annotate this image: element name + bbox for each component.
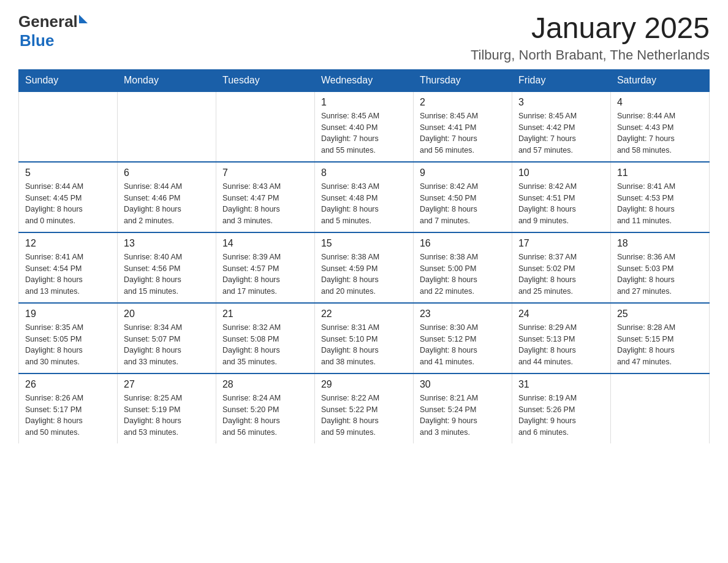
logo-triangle-icon <box>79 15 88 23</box>
calendar-cell: 17Sunrise: 8:37 AM Sunset: 5:02 PM Dayli… <box>512 232 610 303</box>
day-number: 10 <box>518 167 604 178</box>
calendar-week-row: 26Sunrise: 8:26 AM Sunset: 5:17 PM Dayli… <box>19 373 710 443</box>
day-info: Sunrise: 8:22 AM Sunset: 5:22 PM Dayligh… <box>321 393 407 439</box>
day-number: 24 <box>518 308 604 320</box>
day-info: Sunrise: 8:38 AM Sunset: 5:00 PM Dayligh… <box>420 251 506 297</box>
day-number: 25 <box>617 308 703 320</box>
calendar-header: SundayMondayTuesdayWednesdayThursdayFrid… <box>19 69 710 91</box>
day-info: Sunrise: 8:44 AM Sunset: 4:46 PM Dayligh… <box>124 181 210 227</box>
calendar-cell: 8Sunrise: 8:43 AM Sunset: 4:48 PM Daylig… <box>314 162 413 232</box>
day-info: Sunrise: 8:42 AM Sunset: 4:51 PM Dayligh… <box>518 181 604 227</box>
calendar-cell: 27Sunrise: 8:25 AM Sunset: 5:19 PM Dayli… <box>117 373 216 443</box>
day-number: 22 <box>321 308 407 320</box>
day-number: 18 <box>617 238 703 249</box>
calendar-week-row: 5Sunrise: 8:44 AM Sunset: 4:45 PM Daylig… <box>19 162 710 232</box>
calendar-cell: 22Sunrise: 8:31 AM Sunset: 5:10 PM Dayli… <box>314 303 413 373</box>
calendar-cell <box>216 91 314 162</box>
calendar-cell: 6Sunrise: 8:44 AM Sunset: 4:46 PM Daylig… <box>117 162 216 232</box>
day-info: Sunrise: 8:24 AM Sunset: 5:20 PM Dayligh… <box>222 393 308 439</box>
day-info: Sunrise: 8:44 AM Sunset: 4:45 PM Dayligh… <box>25 181 111 227</box>
calendar-cell: 9Sunrise: 8:42 AM Sunset: 4:50 PM Daylig… <box>413 162 512 232</box>
calendar-cell <box>117 91 216 162</box>
calendar-cell: 29Sunrise: 8:22 AM Sunset: 5:22 PM Dayli… <box>314 373 413 443</box>
calendar-cell: 15Sunrise: 8:38 AM Sunset: 4:59 PM Dayli… <box>314 232 413 303</box>
logo-blue-text: Blue <box>20 31 54 50</box>
calendar-cell: 28Sunrise: 8:24 AM Sunset: 5:20 PM Dayli… <box>216 373 314 443</box>
day-of-week-header: Saturday <box>610 69 709 91</box>
day-number: 14 <box>222 238 308 249</box>
calendar-cell: 16Sunrise: 8:38 AM Sunset: 5:00 PM Dayli… <box>413 232 512 303</box>
day-info: Sunrise: 8:40 AM Sunset: 4:56 PM Dayligh… <box>124 251 210 297</box>
title-section: January 2025 Tilburg, North Brabant, The… <box>471 12 710 63</box>
day-info: Sunrise: 8:45 AM Sunset: 4:42 PM Dayligh… <box>518 110 604 156</box>
day-number: 11 <box>617 167 703 178</box>
day-number: 17 <box>518 238 604 249</box>
day-number: 20 <box>124 308 210 320</box>
calendar-cell: 5Sunrise: 8:44 AM Sunset: 4:45 PM Daylig… <box>19 162 118 232</box>
month-year-title: January 2025 <box>471 12 710 45</box>
day-number: 3 <box>518 97 604 108</box>
calendar-cell: 24Sunrise: 8:29 AM Sunset: 5:13 PM Dayli… <box>512 303 610 373</box>
day-number: 4 <box>617 97 703 108</box>
day-number: 16 <box>420 238 506 249</box>
day-of-week-header: Sunday <box>19 69 118 91</box>
day-number: 28 <box>222 379 308 390</box>
day-info: Sunrise: 8:31 AM Sunset: 5:10 PM Dayligh… <box>321 322 407 368</box>
calendar-week-row: 12Sunrise: 8:41 AM Sunset: 4:54 PM Dayli… <box>19 232 710 303</box>
days-of-week-row: SundayMondayTuesdayWednesdayThursdayFrid… <box>19 69 710 91</box>
day-number: 23 <box>420 308 506 320</box>
calendar-cell: 13Sunrise: 8:40 AM Sunset: 4:56 PM Dayli… <box>117 232 216 303</box>
day-number: 8 <box>321 167 407 178</box>
day-info: Sunrise: 8:28 AM Sunset: 5:15 PM Dayligh… <box>617 322 703 368</box>
logo-general-text: General <box>18 12 78 31</box>
calendar-cell: 23Sunrise: 8:30 AM Sunset: 5:12 PM Dayli… <box>413 303 512 373</box>
day-number: 9 <box>420 167 506 178</box>
calendar-cell: 21Sunrise: 8:32 AM Sunset: 5:08 PM Dayli… <box>216 303 314 373</box>
calendar-cell: 20Sunrise: 8:34 AM Sunset: 5:07 PM Dayli… <box>117 303 216 373</box>
day-number: 27 <box>124 379 210 390</box>
day-info: Sunrise: 8:25 AM Sunset: 5:19 PM Dayligh… <box>124 393 210 439</box>
calendar-cell <box>19 91 118 162</box>
day-info: Sunrise: 8:37 AM Sunset: 5:02 PM Dayligh… <box>518 251 604 297</box>
calendar-body: 1Sunrise: 8:45 AM Sunset: 4:40 PM Daylig… <box>19 91 710 443</box>
day-info: Sunrise: 8:45 AM Sunset: 4:41 PM Dayligh… <box>420 110 506 156</box>
day-number: 5 <box>25 167 111 178</box>
day-number: 12 <box>25 238 111 249</box>
day-number: 7 <box>222 167 308 178</box>
day-info: Sunrise: 8:39 AM Sunset: 4:57 PM Dayligh… <box>222 251 308 297</box>
day-number: 15 <box>321 238 407 249</box>
day-info: Sunrise: 8:44 AM Sunset: 4:43 PM Dayligh… <box>617 110 703 156</box>
day-number: 26 <box>25 379 111 390</box>
page-header: General Blue January 2025 Tilburg, North… <box>18 12 710 63</box>
day-info: Sunrise: 8:43 AM Sunset: 4:47 PM Dayligh… <box>222 181 308 227</box>
calendar-cell: 18Sunrise: 8:36 AM Sunset: 5:03 PM Dayli… <box>610 232 709 303</box>
calendar-cell: 7Sunrise: 8:43 AM Sunset: 4:47 PM Daylig… <box>216 162 314 232</box>
calendar-cell: 14Sunrise: 8:39 AM Sunset: 4:57 PM Dayli… <box>216 232 314 303</box>
day-info: Sunrise: 8:41 AM Sunset: 4:54 PM Dayligh… <box>25 251 111 297</box>
calendar-cell: 19Sunrise: 8:35 AM Sunset: 5:05 PM Dayli… <box>19 303 118 373</box>
day-info: Sunrise: 8:21 AM Sunset: 5:24 PM Dayligh… <box>420 393 506 439</box>
calendar-cell: 11Sunrise: 8:41 AM Sunset: 4:53 PM Dayli… <box>610 162 709 232</box>
day-of-week-header: Wednesday <box>314 69 413 91</box>
day-info: Sunrise: 8:29 AM Sunset: 5:13 PM Dayligh… <box>518 322 604 368</box>
calendar-cell: 31Sunrise: 8:19 AM Sunset: 5:26 PM Dayli… <box>512 373 610 443</box>
calendar-cell: 25Sunrise: 8:28 AM Sunset: 5:15 PM Dayli… <box>610 303 709 373</box>
day-info: Sunrise: 8:26 AM Sunset: 5:17 PM Dayligh… <box>25 393 111 439</box>
calendar-week-row: 1Sunrise: 8:45 AM Sunset: 4:40 PM Daylig… <box>19 91 710 162</box>
day-number: 29 <box>321 379 407 390</box>
day-number: 13 <box>124 238 210 249</box>
location-subtitle: Tilburg, North Brabant, The Netherlands <box>471 47 710 63</box>
day-number: 1 <box>321 97 407 108</box>
day-number: 6 <box>124 167 210 178</box>
calendar-cell <box>610 373 709 443</box>
day-number: 30 <box>420 379 506 390</box>
day-of-week-header: Monday <box>117 69 216 91</box>
day-info: Sunrise: 8:36 AM Sunset: 5:03 PM Dayligh… <box>617 251 703 297</box>
calendar-week-row: 19Sunrise: 8:35 AM Sunset: 5:05 PM Dayli… <box>19 303 710 373</box>
day-of-week-header: Friday <box>512 69 610 91</box>
calendar-cell: 12Sunrise: 8:41 AM Sunset: 4:54 PM Dayli… <box>19 232 118 303</box>
calendar-cell: 4Sunrise: 8:44 AM Sunset: 4:43 PM Daylig… <box>610 91 709 162</box>
day-info: Sunrise: 8:34 AM Sunset: 5:07 PM Dayligh… <box>124 322 210 368</box>
calendar-cell: 26Sunrise: 8:26 AM Sunset: 5:17 PM Dayli… <box>19 373 118 443</box>
calendar-cell: 2Sunrise: 8:45 AM Sunset: 4:41 PM Daylig… <box>413 91 512 162</box>
